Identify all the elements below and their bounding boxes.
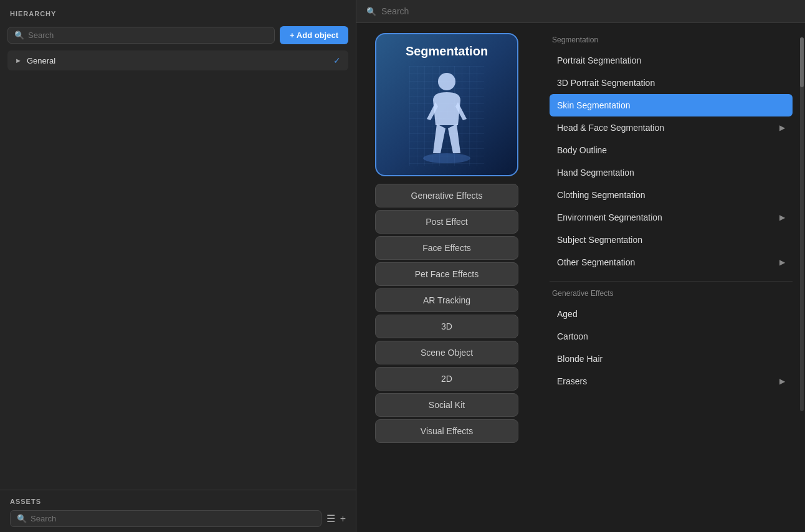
add-object-button[interactable]: + Add object (280, 26, 348, 44)
option-label: Erasers (557, 376, 587, 386)
submenu-arrow-icon: ▶ (779, 123, 785, 132)
hierarchy-header: HIERARCHY (0, 0, 356, 22)
svg-point-2 (423, 153, 470, 163)
category-item-post-effect[interactable]: Post Effect (375, 210, 518, 234)
option-label: Portrait Segmentation (557, 55, 641, 65)
option-portrait-segmentation[interactable]: Portrait Segmentation (550, 49, 793, 72)
general-row[interactable]: ► General ✓ (7, 50, 348, 70)
segmentation-card-title: Segmentation (406, 44, 488, 59)
option-label: Cartoon (557, 331, 588, 341)
hierarchy-search-row: 🔍 + Add object (0, 22, 356, 50)
option-environment-segmentation[interactable]: Environment Segmentation▶ (550, 206, 793, 229)
segmentation-section-label: Segmentation (550, 36, 793, 44)
hierarchy-content (0, 70, 356, 490)
category-item-social-kit[interactable]: Social Kit (375, 393, 518, 417)
scrollbar-thumb[interactable] (800, 37, 804, 87)
assets-header: ASSETS (10, 498, 346, 505)
hierarchy-search-box[interactable]: 🔍 (7, 27, 275, 44)
option-label: 3D Portrait Segmentation (557, 78, 655, 88)
option-erasers[interactable]: Erasers▶ (550, 370, 793, 392)
option-subject-segmentation[interactable]: Subject Segmentation (550, 229, 793, 251)
right-panel: 🔍 Segmentation (356, 0, 805, 532)
segmentation-options-list: Portrait Segmentation3D Portrait Segment… (550, 49, 793, 273)
option-label: Other Segmentation (557, 257, 635, 267)
category-item-pet-face-effects[interactable]: Pet Face Effects (375, 262, 518, 286)
section-divider (550, 281, 793, 282)
submenu-arrow-icon: ▶ (779, 377, 785, 386)
segmentation-card[interactable]: Segmentation (375, 33, 518, 176)
right-column: Segmentation Portrait Segmentation3D Por… (537, 23, 805, 532)
option-label: Environment Segmentation (557, 212, 662, 222)
option-cartoon[interactable]: Cartoon (550, 325, 793, 348)
filter-icon[interactable]: ☰ (326, 513, 335, 525)
option-other-segmentation[interactable]: Other Segmentation▶ (550, 251, 793, 273)
option-head-face-segmentation[interactable]: Head & Face Segmentation▶ (550, 116, 793, 139)
submenu-arrow-icon: ▶ (779, 258, 785, 267)
hierarchy-search-input[interactable] (28, 31, 268, 40)
left-panel: HIERARCHY 🔍 + Add object ► General ✓ ASS… (0, 0, 356, 532)
assets-search-input[interactable] (31, 514, 315, 523)
svg-point-1 (438, 73, 455, 90)
right-search-bar[interactable]: 🔍 (356, 0, 805, 23)
scrollbar-track[interactable] (800, 37, 804, 411)
option-aged[interactable]: Aged (550, 303, 793, 325)
category-stack: Generative EffectsPost EffectFace Effect… (375, 184, 518, 443)
add-asset-icon[interactable]: + (340, 513, 346, 525)
generative-section-label: Generative Effects (550, 289, 793, 298)
main-content: Segmentation (356, 23, 805, 532)
middle-column: Segmentation (356, 23, 537, 532)
category-item-visual-effects[interactable]: Visual Effects (375, 419, 518, 443)
search-icon: 🔍 (14, 31, 24, 40)
right-search-input[interactable] (381, 6, 795, 16)
option-label: Body Outline (557, 145, 607, 155)
assets-search-box[interactable]: 🔍 (10, 510, 322, 527)
assets-section: ASSETS 🔍 ☰ + (0, 490, 356, 532)
assets-search-row: 🔍 ☰ + (10, 510, 346, 527)
category-item-generative-effects[interactable]: Generative Effects (375, 184, 518, 207)
chevron-right-icon: ► (15, 57, 22, 64)
general-row-left: ► General (15, 56, 55, 65)
category-item-scene-object[interactable]: Scene Object (375, 341, 518, 364)
option-label: Clothing Segmentation (557, 190, 645, 200)
option-label: Hand Segmentation (557, 168, 634, 178)
category-item-ar-tracking[interactable]: AR Tracking (375, 288, 518, 312)
option-label: Aged (557, 309, 578, 319)
right-search-icon: 🔍 (366, 7, 376, 16)
category-item-3d[interactable]: 3D (375, 315, 518, 338)
general-label: General (27, 56, 55, 65)
submenu-arrow-icon: ▶ (779, 213, 785, 222)
category-item-2d[interactable]: 2D (375, 367, 518, 391)
category-item-face-effects[interactable]: Face Effects (375, 236, 518, 260)
option-label: Skin Segmentation (557, 100, 631, 110)
option-hand-segmentation[interactable]: Hand Segmentation (550, 161, 793, 184)
generative-options-list: AgedCartoonBlonde HairErasers▶ (550, 303, 793, 392)
option-label: Subject Segmentation (557, 235, 642, 245)
assets-search-icon: 🔍 (17, 514, 27, 523)
option-skin-segmentation[interactable]: Skin Segmentation (550, 94, 793, 116)
segmentation-figure (409, 66, 484, 166)
option-blonde-hair[interactable]: Blonde Hair (550, 348, 793, 370)
option-label: Blonde Hair (557, 354, 603, 364)
option-clothing-segmentation[interactable]: Clothing Segmentation (550, 184, 793, 206)
option-label: Head & Face Segmentation (557, 123, 664, 133)
option-3d-portrait-segmentation[interactable]: 3D Portrait Segmentation (550, 72, 793, 94)
checkmark-icon: ✓ (333, 55, 341, 65)
option-body-outline[interactable]: Body Outline (550, 139, 793, 161)
